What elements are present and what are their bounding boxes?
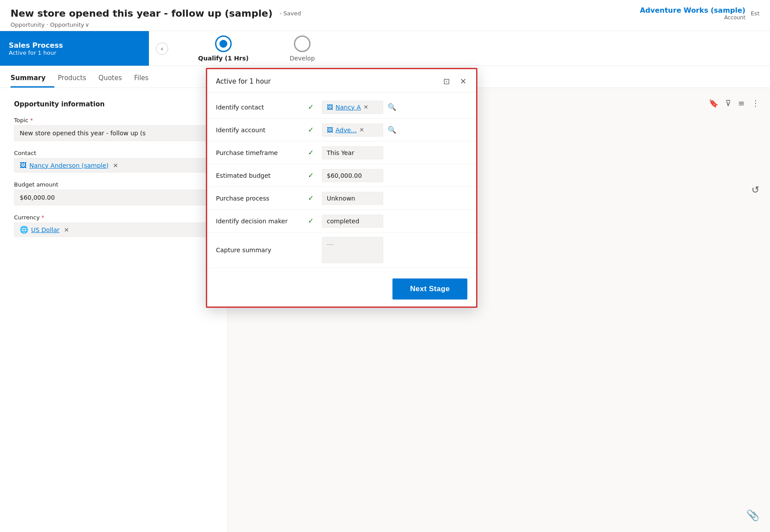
breadcrumb-dropdown[interactable]: Opportunity ∨	[50, 21, 89, 28]
bookmark-icon[interactable]: 🔖	[709, 99, 718, 108]
popup-label-estimated-budget: Estimated budget	[216, 172, 308, 179]
opportunity-section-title: Opportunity information	[14, 100, 213, 108]
bpf-collapse-button[interactable]: ‹	[156, 42, 168, 55]
budget-amount-label: Budget amount	[14, 181, 213, 188]
popup-row-purchase-timeframe: Purchase timeframe ✓ This Year	[207, 141, 476, 164]
popup-value-capture-summary: ---	[322, 237, 467, 263]
contact-link[interactable]: Nancy Anderson (sample)	[29, 162, 109, 169]
adve-link[interactable]: Adve...	[336, 127, 357, 134]
currency-link[interactable]: US Dollar	[31, 226, 60, 233]
more-icon[interactable]: ⋮	[752, 99, 759, 108]
popup-field-process[interactable]: Unknown	[322, 192, 383, 205]
popup-check-decision-maker: ✓	[308, 217, 317, 225]
topic-label: Topic *	[14, 117, 213, 123]
breadcrumb-opportunity-2: Opportunity	[50, 21, 84, 28]
popup-footer: Next Stage	[207, 271, 476, 307]
breadcrumb-chevron-icon: ∨	[85, 21, 89, 28]
qualify-popup: Active for 1 hour ⊡ ✕ Identify contact ✓…	[206, 68, 477, 308]
next-stage-button[interactable]: Next Stage	[392, 278, 467, 299]
currency-icon: 🌐	[20, 225, 28, 234]
popup-expand-button[interactable]: ⊡	[440, 75, 452, 88]
popup-label-capture-summary: Capture summary	[216, 247, 308, 254]
popup-field-nancy[interactable]: 🖼 Nancy A ✕	[322, 101, 383, 114]
bpf-bar: Sales Process Active for 1 hour ‹ Qualif…	[0, 31, 770, 66]
budget-value: $60,000.00	[327, 172, 362, 179]
bpf-stage-develop[interactable]: Develop	[263, 35, 342, 62]
tab-quotes[interactable]: Quotes	[99, 69, 131, 88]
currency-required-star: *	[42, 214, 45, 221]
popup-field-adve[interactable]: 🖼 Adve... ✕	[322, 123, 383, 137]
breadcrumb-opportunity[interactable]: Opportunity	[11, 21, 45, 28]
contact-field-icon: 🖼	[327, 104, 333, 111]
contact-remove-button[interactable]: ✕	[113, 162, 118, 169]
popup-value-decision-maker: completed	[322, 215, 467, 228]
popup-close-button[interactable]: ✕	[457, 75, 469, 88]
contact-field: Contact 🖼 Nancy Anderson (sample) ✕	[14, 150, 213, 173]
topic-value[interactable]: New store opened this year - follow up (…	[14, 125, 213, 141]
page-header: New store opened this year - follow up (…	[0, 0, 770, 31]
budget-amount-value[interactable]: $60,000.00	[14, 190, 213, 205]
nancy-remove-button[interactable]: ✕	[364, 104, 368, 110]
popup-field-summary[interactable]: ---	[322, 237, 383, 263]
account-type-label: Account	[640, 14, 745, 21]
bpf-active-stage[interactable]: Sales Process Active for 1 hour	[0, 31, 149, 66]
attach-icon[interactable]: 📎	[746, 509, 759, 521]
process-value: Unknown	[327, 195, 355, 202]
bpf-stage-circle-qualify	[215, 35, 232, 52]
bpf-stages: Qualify (1 Hrs) Develop	[175, 35, 770, 62]
account-search-icon[interactable]: 🔍	[388, 126, 396, 134]
est-label: Est	[751, 10, 759, 17]
summary-placeholder: ---	[327, 241, 333, 248]
decision-value: completed	[327, 218, 359, 225]
topic-field: Topic * New store opened this year - fol…	[14, 117, 213, 141]
popup-row-estimated-budget: Estimated budget ✓ $60,000.00	[207, 164, 476, 187]
currency-remove-button[interactable]: ✕	[64, 226, 69, 233]
right-toolbar: 🔖 ⊽ ≡ ⋮	[709, 99, 759, 108]
bpf-stage-sub: Active for 1 hour	[9, 49, 140, 56]
popup-row-decision-maker: Identify decision maker ✓ completed	[207, 210, 476, 233]
tab-summary[interactable]: Summary	[11, 69, 54, 88]
popup-label-decision-maker: Identify decision maker	[216, 218, 308, 225]
contact-search-icon[interactable]: 🔍	[388, 103, 396, 111]
bpf-stage-label-qualify: Qualify (1 Hrs)	[198, 55, 248, 62]
currency-field: Currency * 🌐 US Dollar ✕	[14, 214, 213, 237]
refresh-icon[interactable]: ↺	[752, 184, 759, 195]
bpf-stage-label-develop: Develop	[290, 55, 315, 62]
header-account: Adventure Works (sample) Account	[640, 6, 745, 21]
popup-label-purchase-timeframe: Purchase timeframe	[216, 149, 308, 156]
popup-field-timeframe[interactable]: This Year	[322, 146, 383, 159]
popup-check-identify-contact: ✓	[308, 103, 317, 111]
popup-body: Identify contact ✓ 🖼 Nancy A ✕ 🔍 Identif…	[207, 92, 476, 271]
popup-check-estimated-budget: ✓	[308, 171, 317, 180]
popup-label-purchase-process: Purchase process	[216, 195, 308, 202]
tab-files[interactable]: Files	[134, 69, 157, 88]
contact-lookup-icon: 🖼	[20, 161, 27, 169]
popup-field-decision[interactable]: completed	[322, 215, 383, 228]
popup-header: Active for 1 hour ⊡ ✕	[207, 69, 476, 92]
tab-products[interactable]: Products	[58, 69, 95, 88]
saved-badge: - Saved	[279, 10, 301, 17]
popup-header-actions: ⊡ ✕	[440, 75, 469, 88]
popup-value-estimated-budget: $60,000.00	[322, 169, 467, 182]
popup-label-identify-account: Identify account	[216, 127, 308, 134]
breadcrumb: Opportunity · Opportunity ∨	[11, 21, 759, 28]
popup-title: Active for 1 hour	[216, 78, 271, 85]
popup-row-identify-account: Identify account ✓ 🖼 Adve... ✕ 🔍	[207, 119, 476, 141]
filter-icon[interactable]: ⊽	[725, 99, 731, 108]
account-field-icon: 🖼	[327, 127, 333, 134]
adve-remove-button[interactable]: ✕	[359, 127, 364, 133]
page-title: New store opened this year - follow up (…	[11, 8, 272, 19]
list-icon[interactable]: ≡	[738, 99, 745, 108]
bpf-stage-title: Sales Process	[9, 41, 140, 49]
popup-row-purchase-process: Purchase process ✓ Unknown	[207, 187, 476, 210]
left-panel: Opportunity information Topic * New stor…	[0, 88, 228, 532]
popup-label-identify-contact: Identify contact	[216, 104, 308, 111]
bpf-stage-qualify[interactable]: Qualify (1 Hrs)	[184, 35, 263, 62]
currency-value[interactable]: 🌐 US Dollar ✕	[14, 222, 213, 237]
popup-field-budget[interactable]: $60,000.00	[322, 169, 383, 182]
budget-amount-field: Budget amount $60,000.00	[14, 181, 213, 205]
contact-value[interactable]: 🖼 Nancy Anderson (sample) ✕	[14, 158, 213, 173]
nancy-link[interactable]: Nancy A	[336, 104, 361, 111]
attach-icon-container: 📎	[746, 509, 759, 521]
account-link[interactable]: Adventure Works (sample)	[640, 6, 745, 14]
